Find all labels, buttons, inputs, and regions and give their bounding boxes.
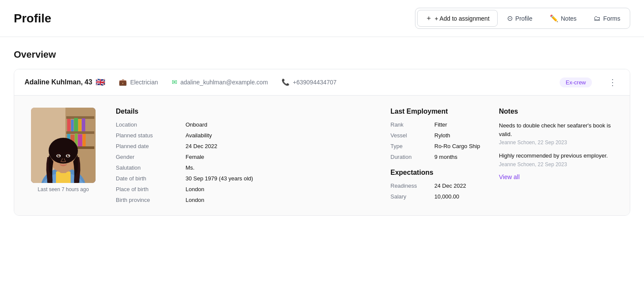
employment-value: Ro-Ro Cargo Ship xyxy=(434,143,485,149)
add-to-assignment-button[interactable]: ＋ + Add to assignment xyxy=(417,10,498,27)
svg-point-25 xyxy=(59,155,59,156)
more-options-button[interactable]: ⋮ xyxy=(606,76,619,88)
employment-column: Last Employment RankFitterVesselRylothTy… xyxy=(390,108,485,203)
last-seen-text: Last seen 7 hours ago xyxy=(38,186,89,192)
folder-icon: 🗂 xyxy=(594,15,601,22)
detail-value: Availability xyxy=(186,132,377,139)
forms-tab-button[interactable]: 🗂 Forms xyxy=(586,11,628,26)
detail-value: Onboard xyxy=(186,121,377,128)
svg-rect-4 xyxy=(66,131,94,134)
crew-name: Adaline Kuhlman, 43 xyxy=(25,78,92,86)
notes-column: Notes Needs to double check her seafarer… xyxy=(499,108,619,203)
detail-label: Birth province xyxy=(116,197,180,203)
action-buttons-group: ＋ + Add to assignment ⊙ Profile ✏️ Notes… xyxy=(415,8,630,29)
status-badge: Ex-crew xyxy=(560,77,592,87)
employment-table: RankFitterVesselRylothTypeRo-Ro Cargo Sh… xyxy=(390,121,485,160)
note-entry: Highly recommended by previous employer.… xyxy=(499,152,619,167)
detail-label: Date of birth xyxy=(116,175,180,182)
detail-label: Gender xyxy=(116,154,180,160)
details-table: LocationOnboardPlanned statusAvailabilit… xyxy=(116,121,377,203)
detail-label: Planned status xyxy=(116,132,180,139)
profile-icon: ⊙ xyxy=(507,14,513,22)
expectation-value: 10,000.00 xyxy=(434,193,485,200)
svg-point-24 xyxy=(67,155,69,157)
svg-rect-8 xyxy=(74,118,78,131)
page-title: Profile xyxy=(14,12,51,25)
detail-value: Ms. xyxy=(186,164,377,171)
briefcase-icon: 💼 xyxy=(119,78,127,86)
crew-job-title: Electrician xyxy=(130,79,158,86)
svg-point-23 xyxy=(57,155,60,157)
pencil-icon: ✏️ xyxy=(550,14,558,22)
svg-rect-9 xyxy=(78,119,81,131)
note-author: Jeanne Schoen, 22 Sep 2023 xyxy=(499,139,619,146)
card-body: Last seen 7 hours ago Details LocationOn… xyxy=(14,96,630,215)
top-bar: Profile ＋ + Add to assignment ⊙ Profile … xyxy=(0,0,644,37)
detail-label: Planned date xyxy=(116,143,180,149)
crew-phone: +639094434707 xyxy=(293,79,337,86)
phone-icon: 📞 xyxy=(282,78,290,86)
note-author: Jeanne Schoen, 22 Sep 2023 xyxy=(499,161,619,167)
crew-phone-field: 📞 +639094434707 xyxy=(282,78,337,86)
flag-icon: 🇬🇧 xyxy=(96,77,105,87)
plus-icon: ＋ xyxy=(425,14,432,23)
employment-label: Duration xyxy=(390,154,429,160)
details-title: Details xyxy=(116,108,377,115)
detail-value: London xyxy=(186,197,377,203)
svg-rect-15 xyxy=(83,134,86,146)
note-text: Needs to double check her seafarer's boo… xyxy=(499,121,619,138)
detail-value: 30 Sep 1979 (43 years old) xyxy=(186,175,377,182)
notes-title: Notes xyxy=(499,108,619,115)
detail-value: London xyxy=(186,186,377,192)
svg-rect-10 xyxy=(82,118,85,131)
note-text: Highly recommended by previous employer. xyxy=(499,152,619,160)
employment-title: Last Employment xyxy=(390,108,485,115)
profile-photo xyxy=(31,108,96,183)
svg-rect-3 xyxy=(66,116,94,119)
main-content: Overview Adaline Kuhlman, 43 🇬🇧 💼 Electr… xyxy=(0,37,644,228)
svg-rect-14 xyxy=(78,134,82,146)
note-entry: Needs to double check her seafarer's boo… xyxy=(499,121,619,146)
crew-email: adaline_kuhlman@example.com xyxy=(180,79,268,86)
employment-label: Type xyxy=(390,143,429,149)
detail-value: 24 Dec 2022 xyxy=(186,143,377,149)
card-header: Adaline Kuhlman, 43 🇬🇧 💼 Electrician ✉ a… xyxy=(14,69,630,96)
employment-value: Ryloth xyxy=(434,132,485,139)
detail-label: Location xyxy=(116,121,180,128)
profile-tab-button[interactable]: ⊙ Profile xyxy=(499,11,540,26)
crew-email-field: ✉ adaline_kuhlman@example.com xyxy=(172,78,268,86)
crew-name-with-flag: Adaline Kuhlman, 43 🇬🇧 xyxy=(25,77,105,87)
details-column: Details LocationOnboardPlanned statusAva… xyxy=(116,108,377,203)
notes-tab-button[interactable]: ✏️ Notes xyxy=(542,11,585,26)
expectation-value: 24 Dec 2022 xyxy=(434,183,485,189)
employment-value: Fitter xyxy=(434,121,485,128)
view-all-link[interactable]: View all xyxy=(499,173,520,180)
expectation-label: Salary xyxy=(390,193,429,200)
detail-value: Female xyxy=(186,154,377,160)
svg-rect-17 xyxy=(56,171,71,183)
employment-label: Rank xyxy=(390,121,429,128)
photo-svg xyxy=(31,108,96,183)
detail-label: Salutation xyxy=(116,164,180,171)
profile-card: Adaline Kuhlman, 43 🇬🇧 💼 Electrician ✉ a… xyxy=(14,69,630,216)
overview-title: Overview xyxy=(14,49,630,60)
expectation-label: Readiness xyxy=(390,183,429,189)
crew-job-title-field: 💼 Electrician xyxy=(119,78,158,86)
expectations-table: Readiness24 Dec 2022Salary10,000.00 xyxy=(390,183,485,200)
employment-label: Vessel xyxy=(390,132,429,139)
employment-value: 9 months xyxy=(434,154,485,160)
svg-point-26 xyxy=(68,155,69,156)
svg-rect-7 xyxy=(71,120,74,131)
svg-rect-6 xyxy=(67,119,71,131)
photo-column: Last seen 7 hours ago xyxy=(25,108,102,203)
expectations-title: Expectations xyxy=(390,169,485,177)
detail-label: Place of birth xyxy=(116,186,180,192)
email-icon: ✉ xyxy=(172,78,177,86)
notes-entries: Needs to double check her seafarer's boo… xyxy=(499,121,619,167)
